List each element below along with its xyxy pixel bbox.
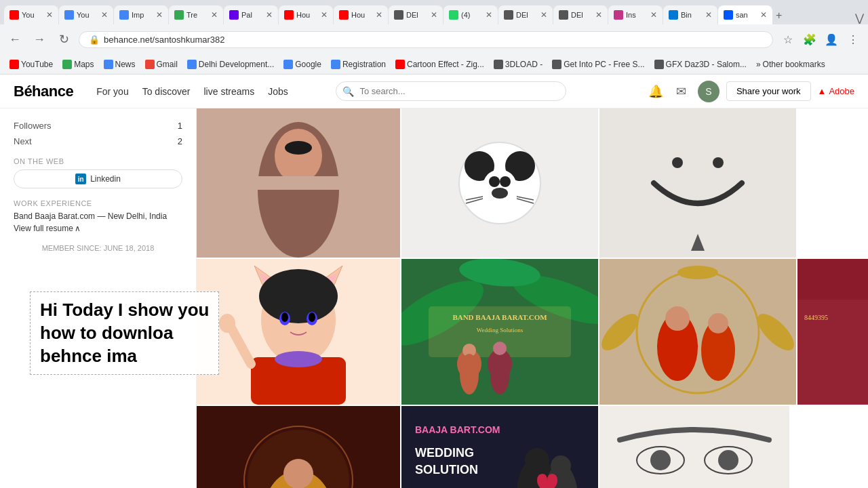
tab-close-10[interactable]: ✕ <box>540 10 547 20</box>
reload-button[interactable]: ↻ <box>54 30 73 49</box>
bookmark-news[interactable]: News <box>100 58 140 70</box>
tab-7[interactable]: Hou ✕ <box>334 5 388 24</box>
gallery-item-band-baaja[interactable]: BAND BA WED 8449395 <box>797 259 868 405</box>
bookmark-reg-label: Registration <box>342 60 386 69</box>
behance-logo[interactable]: Béhance <box>14 83 73 100</box>
nav-to-discover[interactable]: To discover <box>142 86 191 97</box>
tab-1[interactable]: You ✕ <box>4 5 58 24</box>
svg-point-30 <box>281 312 288 322</box>
svg-point-46 <box>493 342 507 355</box>
tab-5[interactable]: Pal ✕ <box>224 5 278 24</box>
member-since: MEMBER SINCE: JUNE 18, 2018 <box>14 244 182 252</box>
search-icon: 🔍 <box>342 86 354 97</box>
tab-2[interactable]: You ✕ <box>59 5 113 24</box>
gallery-item-bridal[interactable]: Bridal Lehengas ✦ BOOK NOW! bandbaajabar… <box>197 406 400 488</box>
gallery-item-portrait[interactable] <box>197 108 400 258</box>
gallery-item-panda[interactable] <box>401 108 598 258</box>
new-tab-button[interactable]: + <box>773 7 785 24</box>
svg-point-55 <box>708 313 728 333</box>
bookmark-delhi[interactable]: Delhi Development... <box>183 58 278 70</box>
gallery-rows: Hi Today I show you how to downloa behnc… <box>197 108 868 488</box>
nav-live-streams[interactable]: live streams <box>204 86 255 97</box>
tab-6[interactable]: Hou ✕ <box>279 5 333 24</box>
panda-svg <box>401 108 598 258</box>
bookmark-registration[interactable]: Registration <box>327 58 390 70</box>
nav-jobs[interactable]: Jobs <box>268 86 288 97</box>
avatar-button[interactable]: S <box>698 81 719 102</box>
work-exp-detail: Band Baaja Barat.com — New Delhi, India <box>14 211 182 221</box>
tab-close-4[interactable]: ✕ <box>211 10 218 20</box>
tab-favicon-14 <box>724 10 733 20</box>
tab-14-active[interactable]: san ✕ <box>718 5 772 24</box>
svg-point-31 <box>309 312 315 322</box>
tab-close-8[interactable]: ✕ <box>431 10 437 20</box>
tab-title-8: DEl <box>406 11 428 19</box>
svg-point-48 <box>490 357 509 394</box>
tab-list-button[interactable]: ⋁ <box>855 12 864 24</box>
tab-bar: You ✕ You ✕ Imp ✕ Tre ✕ Pal ✕ Hou ✕ <box>0 0 868 24</box>
bookmark-youtube[interactable]: YouTube <box>5 58 57 70</box>
svg-point-11 <box>492 188 508 199</box>
share-work-button[interactable]: Share your work <box>726 81 811 101</box>
gallery-item-wedding1[interactable]: BAND BAAJA BARAT.COM Wedding Solutions <box>401 259 598 405</box>
tab-close-7[interactable]: ✕ <box>376 10 382 20</box>
tab-close-12[interactable]: ✕ <box>650 10 657 20</box>
bookmark-3dload[interactable]: 3DLOAD - <box>490 58 547 70</box>
tab-close-9[interactable]: ✕ <box>486 10 492 20</box>
linkedin-button[interactable]: in Linkedin <box>14 169 182 188</box>
tab-close-1[interactable]: ✕ <box>46 10 53 20</box>
adobe-label: ▲ Adobe <box>818 86 854 96</box>
tab-close-5[interactable]: ✕ <box>266 10 273 20</box>
tab-close-3[interactable]: ✕ <box>156 10 163 20</box>
tab-3[interactable]: Imp ✕ <box>114 5 168 24</box>
bookmark-star-button[interactable]: ☆ <box>778 30 797 49</box>
search-input[interactable] <box>336 81 566 101</box>
gallery-item-smile[interactable] <box>599 108 796 258</box>
adobe-icon: ▲ <box>818 86 827 96</box>
bookmark-getinto[interactable]: Get Into PC - Free S... <box>548 58 648 70</box>
bookmark-google[interactable]: Google <box>279 58 326 70</box>
bookmark-gmail[interactable]: Gmail <box>141 58 182 70</box>
bookmark-other[interactable]: » Other bookmarks <box>752 58 829 70</box>
menu-button[interactable]: ⋮ <box>844 30 863 49</box>
tab-11[interactable]: DEl ✕ <box>553 5 608 24</box>
url-display[interactable]: behance.net/santoshkumar382 <box>104 35 225 45</box>
followers-row: Followers 1 <box>14 118 182 134</box>
tab-title-7: Hou <box>351 11 373 19</box>
gallery-item-wedding2[interactable] <box>599 259 796 405</box>
notifications-button[interactable]: 🔔 <box>646 82 665 101</box>
nav-for-you[interactable]: For you <box>96 86 128 97</box>
view-resume-text: View full resume <box>14 224 73 233</box>
bookmark-cartoon[interactable]: Cartoon Effect - Zig... <box>391 58 488 70</box>
tab-close-11[interactable]: ✕ <box>595 10 602 20</box>
extensions-button[interactable]: 🧩 <box>800 30 819 49</box>
bookmark-gfx[interactable]: GFX Daz3D - Salom... <box>650 58 751 70</box>
bookmark-other-text: Other bookmarks <box>763 60 825 69</box>
svg-point-47 <box>460 354 479 394</box>
tab-favicon-4 <box>174 10 184 20</box>
gallery-item-anime[interactable]: Hi Today I show you how to downloa behnc… <box>197 259 400 405</box>
back-button[interactable]: ← <box>5 30 24 49</box>
bookmark-maps[interactable]: Maps <box>58 58 98 70</box>
forward-button[interactable]: → <box>30 30 49 49</box>
address-bar[interactable]: 🔒 behance.net/santoshkumar382 <box>79 31 773 48</box>
tab-close-2[interactable]: ✕ <box>101 10 108 20</box>
wedding1-svg: BAND BAAJA BARAT.COM Wedding Solutions <box>401 259 598 405</box>
profile-button[interactable]: 👤 <box>822 30 841 49</box>
svg-point-51 <box>640 274 755 390</box>
tab-favicon-10 <box>504 10 513 20</box>
view-resume-button[interactable]: View full resume ∧ <box>14 224 182 233</box>
tab-4[interactable]: Tre ✕ <box>169 5 223 24</box>
tab-close-14[interactable]: ✕ <box>760 10 767 20</box>
tab-10[interactable]: DEl ✕ <box>498 5 553 24</box>
tab-close-6[interactable]: ✕ <box>321 10 328 20</box>
tab-8[interactable]: DEl ✕ <box>389 5 443 24</box>
mail-button[interactable]: ✉ <box>672 82 691 101</box>
gallery-item-baaja-dark[interactable]: BAAJA BART.COM WEDDING SOLUTION <box>401 406 598 488</box>
tab-close-13[interactable]: ✕ <box>705 10 712 20</box>
tab-12[interactable]: Ins ✕ <box>608 5 663 24</box>
gallery-item-eyebrows[interactable] <box>599 406 789 488</box>
tab-13[interactable]: Bin ✕ <box>663 5 717 24</box>
tab-9[interactable]: (4) ✕ <box>443 5 498 24</box>
tab-title-14: san <box>736 11 757 19</box>
